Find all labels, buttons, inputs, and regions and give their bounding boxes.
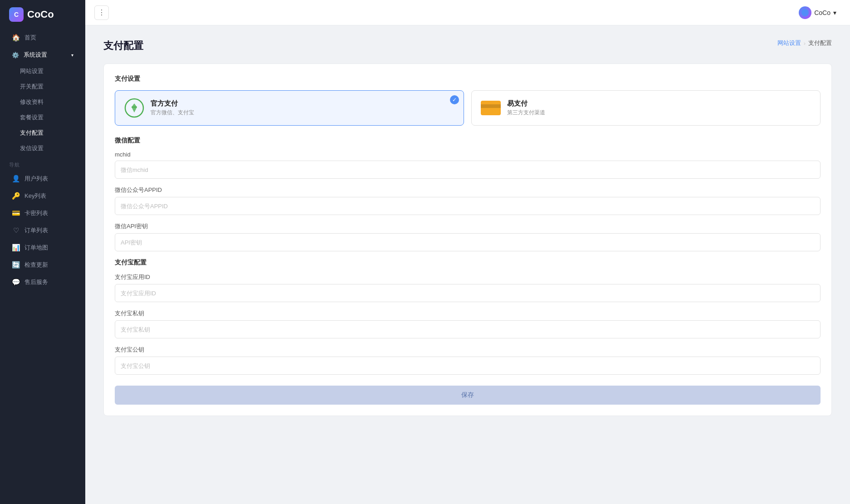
logo-icon: C: [9, 7, 24, 22]
official-payment-name: 官方支付: [151, 99, 194, 108]
appid-group: 微信公众号APPID: [115, 186, 821, 215]
check-update-label: 检查更新: [24, 261, 48, 269]
site-settings-label: 网站设置: [20, 67, 44, 75]
page-header: 支付配置 网站设置 › 支付配置: [103, 39, 832, 53]
refresh-icon: 🔄: [12, 261, 20, 269]
payment-config-card: 支付设置 ✓ 官方支付 官方微信、支付宝: [103, 64, 832, 416]
user-menu-button[interactable]: CoCo ▾: [794, 5, 841, 21]
page-title: 支付配置: [103, 39, 143, 53]
alipay-public-key-group: 支付宝公钥: [115, 346, 821, 375]
sidebar-item-card-list[interactable]: 💳 卡密列表: [3, 205, 83, 221]
save-button[interactable]: 保存: [115, 386, 821, 405]
sidebar-item-send-settings[interactable]: 发信设置: [3, 141, 83, 156]
user-name: CoCo: [814, 9, 830, 16]
nav-section-title: 导航: [0, 156, 85, 170]
order-list-label: 订单列表: [24, 226, 48, 235]
easy-pay-icon: [481, 98, 501, 118]
alipay-private-key-group: 支付宝私钥: [115, 309, 821, 338]
official-payment-desc: 官方微信、支付宝: [151, 109, 194, 117]
breadcrumb-separator: ›: [804, 40, 806, 47]
selected-check-icon: ✓: [450, 95, 459, 104]
payment-options: ✓ 官方支付 官方微信、支付宝: [115, 90, 821, 126]
api-key-group: 微信API密钥: [115, 222, 821, 251]
sidebar-item-package-settings[interactable]: 套餐设置: [3, 110, 83, 125]
sidebar-item-switch-config[interactable]: 开关配置: [3, 79, 83, 94]
api-key-label: 微信API密钥: [115, 222, 821, 230]
chart-icon: 📊: [12, 244, 20, 252]
topbar-left: ⋮: [94, 5, 109, 20]
logo-text: CoCo: [27, 9, 54, 20]
heart-icon: ♡: [12, 226, 20, 235]
sidebar-item-edit-profile[interactable]: 修改资料: [3, 95, 83, 109]
chevron-down-icon: ▾: [71, 53, 73, 58]
package-settings-label: 套餐设置: [20, 113, 44, 122]
easy-payment-name: 易支付: [507, 99, 545, 108]
sidebar-item-site-settings[interactable]: 网站设置: [3, 64, 83, 78]
after-sales-label: 售后服务: [24, 278, 48, 286]
send-settings-label: 发信设置: [20, 144, 44, 152]
alipay-public-key-label: 支付宝公钥: [115, 346, 821, 354]
main-area: ⋮ CoCo ▾: [85, 0, 850, 504]
alipay-private-key-label: 支付宝私钥: [115, 309, 821, 318]
sidebar-item-after-sales[interactable]: 💬 售后服务: [3, 274, 83, 290]
sidebar-item-payment-config[interactable]: 支付配置: [3, 126, 83, 140]
key-icon: 🔑: [12, 192, 20, 200]
sidebar: C CoCo 🏠 首页 ⚙️ 系统设置 ▾ 网站设置 开关配置 修改资料 套餐设…: [0, 0, 85, 504]
mchid-input[interactable]: [115, 161, 821, 179]
settings-icon: ⚙️: [12, 52, 19, 59]
breadcrumb-current: 支付配置: [808, 39, 832, 47]
alipay-app-id-group: 支付宝应用ID: [115, 273, 821, 302]
card-icon: 💳: [12, 209, 20, 217]
key-list-label: Key列表: [24, 192, 46, 200]
sidebar-item-key-list[interactable]: 🔑 Key列表: [3, 188, 83, 204]
api-key-input[interactable]: [115, 233, 821, 251]
alipay-config-title: 支付宝配置: [115, 259, 821, 267]
appid-label: 微信公众号APPID: [115, 186, 821, 194]
home-icon: 🏠: [12, 34, 20, 42]
breadcrumb: 网站设置 › 支付配置: [777, 39, 832, 47]
svg-rect-4: [481, 104, 501, 108]
sidebar-home-label: 首页: [24, 34, 36, 42]
sidebar-item-home[interactable]: 🏠 首页: [3, 29, 83, 46]
payment-settings-title: 支付设置: [115, 75, 821, 83]
user-icon: 👤: [12, 175, 20, 183]
wechat-config-title: 微信配置: [115, 137, 821, 145]
alipay-private-key-input[interactable]: [115, 320, 821, 338]
content-area: 支付配置 网站设置 › 支付配置 支付设置 ✓: [85, 25, 850, 504]
user-chevron-icon: ▾: [833, 9, 836, 16]
mchid-group: mchid: [115, 151, 821, 179]
breadcrumb-parent[interactable]: 网站设置: [777, 39, 801, 47]
sidebar-logo: C CoCo: [0, 0, 85, 29]
mchid-label: mchid: [115, 151, 821, 158]
edit-profile-label: 修改资料: [20, 98, 44, 106]
system-settings-label: 系统设置: [24, 51, 47, 59]
payment-config-label: 支付配置: [20, 129, 44, 137]
avatar: [799, 6, 811, 19]
easy-payment-desc: 第三方支付渠道: [507, 109, 545, 117]
easy-payment-option[interactable]: 易支付 第三方支付渠道: [471, 90, 821, 126]
official-pay-icon: [124, 98, 144, 118]
user-list-label: 用户列表: [24, 175, 48, 183]
card-list-label: 卡密列表: [24, 209, 48, 217]
sidebar-item-user-list[interactable]: 👤 用户列表: [3, 171, 83, 187]
dots-icon: ⋮: [98, 8, 105, 17]
sidebar-item-order-list[interactable]: ♡ 订单列表: [3, 222, 83, 239]
alipay-app-id-label: 支付宝应用ID: [115, 273, 821, 281]
appid-input[interactable]: [115, 197, 821, 215]
sidebar-item-order-map[interactable]: 📊 订单地图: [3, 240, 83, 256]
topbar: ⋮ CoCo ▾: [85, 0, 850, 25]
easy-payment-info: 易支付 第三方支付渠道: [507, 99, 545, 117]
switch-config-label: 开关配置: [20, 83, 44, 91]
sidebar-item-system-settings[interactable]: ⚙️ 系统设置 ▾: [3, 47, 83, 63]
alipay-app-id-input[interactable]: [115, 284, 821, 302]
sidebar-item-check-update[interactable]: 🔄 检查更新: [3, 257, 83, 273]
svg-point-0: [801, 9, 809, 16]
alipay-public-key-input[interactable]: [115, 357, 821, 375]
chat-icon: 💬: [12, 278, 20, 286]
topbar-right: CoCo ▾: [794, 5, 841, 21]
official-payment-option[interactable]: ✓ 官方支付 官方微信、支付宝: [115, 90, 464, 126]
order-map-label: 订单地图: [24, 244, 48, 252]
official-payment-info: 官方支付 官方微信、支付宝: [151, 99, 194, 117]
menu-dots-button[interactable]: ⋮: [94, 5, 109, 20]
